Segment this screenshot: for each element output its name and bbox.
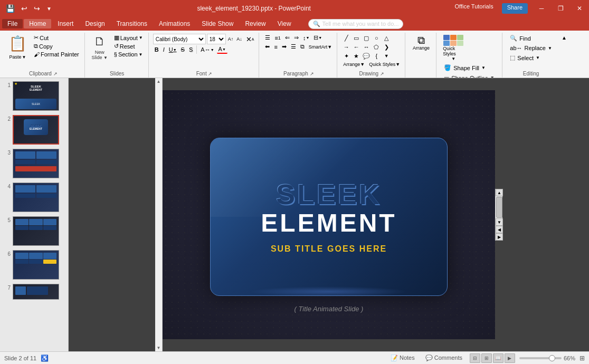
close-button[interactable]: ✕	[574, 3, 585, 14]
scroll-left-button[interactable]: ▶	[496, 233, 503, 241]
shape-line[interactable]: ╱	[341, 34, 351, 42]
font-color-button[interactable]: A ▼	[217, 45, 227, 54]
shape-callout[interactable]: 💬	[362, 52, 371, 60]
shape-pentagon[interactable]: ⬠	[372, 43, 381, 51]
office-tutorials-link[interactable]: Office Tutorials	[454, 3, 493, 14]
font-expand-icon[interactable]: ↗	[208, 71, 212, 76]
scroll-down-btn[interactable]: ▼	[157, 346, 161, 351]
columns-button[interactable]: ⊟ ▼	[312, 34, 324, 42]
clipboard-expand-icon[interactable]: ↗	[53, 71, 58, 76]
copy-button[interactable]: ⧉ Copy	[32, 42, 81, 50]
numbered-list-button[interactable]: ≡1	[273, 34, 282, 42]
reset-button[interactable]: ↺ Reset	[112, 42, 145, 50]
decrease-indent-button[interactable]: ⇐	[283, 34, 291, 42]
scroll-up-button[interactable]: ▲	[496, 189, 503, 196]
slide-item-1[interactable]: 1 SLEEK ELEMENT SLEEK ★	[2, 80, 66, 112]
convert-to-smartart-button[interactable]: SmartArt▼	[307, 44, 334, 50]
minimize-button[interactable]: ─	[536, 3, 547, 14]
zoom-thumb[interactable]	[549, 355, 555, 361]
bullets-button[interactable]: ☰	[263, 34, 272, 42]
menu-insert[interactable]: Insert	[52, 19, 79, 28]
paste-dropdown[interactable]: Paste ▼	[10, 54, 26, 60]
font-name-select[interactable]: Calibri (Body)	[153, 34, 206, 44]
collapse-ribbon-button[interactable]: ▲	[559, 34, 569, 42]
slideshow-button[interactable]: ▶	[505, 353, 515, 363]
shape-rounded[interactable]: ▢	[362, 34, 371, 42]
drawing-expand-icon[interactable]: ↗	[380, 71, 384, 76]
scroll-thumb[interactable]	[496, 197, 502, 218]
font-size-decrease-button[interactable]: A↓	[235, 36, 243, 42]
reading-view-button[interactable]: 📖	[493, 353, 504, 363]
fit-to-window-button[interactable]: ⊞	[580, 355, 585, 362]
smartart-button[interactable]: ⧉	[299, 43, 306, 51]
line-spacing-button[interactable]: ↕ ▼	[301, 34, 311, 42]
font-size-increase-button[interactable]: A↑	[227, 36, 235, 42]
slide-title-box[interactable]: SLEEK ELEMENT SUB TITLE GOES HERE	[210, 138, 448, 296]
shape-arrow-left[interactable]: ←	[352, 43, 361, 51]
comments-button[interactable]: 💬 Comments	[422, 354, 466, 362]
strikethrough-button[interactable]: S	[179, 46, 186, 53]
slide-thumb-2[interactable]: SLEEK ELEMENT	[13, 115, 59, 145]
paste-button[interactable]: 📋	[5, 34, 30, 53]
shape-more[interactable]: ▼	[382, 52, 391, 60]
format-painter-button[interactable]: 🖌 Format Painter	[32, 51, 81, 58]
replace-button[interactable]: ab↔ Replace ▼	[507, 44, 555, 52]
shape-chevron[interactable]: ❯	[382, 43, 391, 51]
justify-button[interactable]: ☰	[289, 43, 298, 51]
customize-quick-access-icon[interactable]: ▼	[45, 5, 53, 13]
redo-icon[interactable]: ↪	[32, 3, 42, 14]
notes-button[interactable]: 📝 Notes	[387, 354, 418, 362]
slide-thumb-7[interactable]	[13, 284, 59, 300]
menu-slideshow[interactable]: Slide Show	[196, 19, 239, 28]
slide-item-4[interactable]: 4	[2, 181, 66, 213]
menu-view[interactable]: View	[272, 19, 297, 28]
restore-button[interactable]: ❐	[555, 3, 566, 14]
menu-transitions[interactable]: Transitions	[111, 19, 153, 28]
italic-button[interactable]: I	[162, 46, 166, 53]
character-spacing-button[interactable]: A↔▼	[199, 46, 215, 53]
menu-home[interactable]: Home	[24, 19, 51, 28]
select-button[interactable]: ⬚ Select ▼	[507, 53, 555, 62]
slide-item-7[interactable]: 7	[2, 283, 66, 301]
shape-arrow-2way[interactable]: ↔	[362, 43, 371, 51]
shape-brace[interactable]: {	[372, 52, 381, 60]
layout-button[interactable]: ▦ Layout ▼	[112, 34, 145, 42]
shape-rect[interactable]: ▭	[352, 34, 361, 42]
slide-thumb-1[interactable]: SLEEK ELEMENT SLEEK ★	[13, 81, 59, 111]
slide-thumb-5[interactable]	[13, 216, 59, 246]
bold-button[interactable]: B	[153, 46, 160, 53]
slide-thumb-4[interactable]	[13, 183, 59, 212]
clear-formatting-button[interactable]: ✕A	[244, 35, 256, 44]
save-icon[interactable]: 💾	[4, 3, 16, 14]
shape-oval[interactable]: ○	[372, 34, 381, 42]
menu-file[interactable]: File	[2, 19, 23, 28]
shape-triangle[interactable]: △	[382, 34, 391, 42]
slide-sorter-button[interactable]: ⊞	[481, 353, 492, 363]
align-left-button[interactable]: ⬅	[263, 43, 271, 51]
section-button[interactable]: § Section ▼	[112, 51, 145, 58]
menu-review[interactable]: Review	[240, 19, 271, 28]
paragraph-expand-icon[interactable]: ↗	[310, 71, 314, 76]
normal-view-button[interactable]: ⊟	[470, 353, 480, 363]
shape-outline-button[interactable]: ▭ Shape Outline ▼	[441, 73, 498, 78]
slide-item-6[interactable]: 6	[2, 249, 66, 281]
zoom-slider[interactable]	[519, 357, 562, 359]
align-center-button[interactable]: ≡	[272, 43, 279, 51]
slide-item-5[interactable]: 5	[2, 215, 66, 247]
align-right-button[interactable]: ➡	[280, 43, 288, 51]
share-button[interactable]: Share	[502, 3, 528, 14]
scroll-up-btn[interactable]: ▲	[157, 78, 161, 84]
shape-star5[interactable]: ★	[352, 52, 361, 60]
menu-design[interactable]: Design	[80, 19, 110, 28]
menu-animations[interactable]: Animations	[154, 19, 195, 28]
slide-thumb-3[interactable]	[13, 149, 59, 178]
underline-button[interactable]: U ▼	[167, 46, 178, 53]
quick-styles-button[interactable]: Quick Styles ▼	[441, 34, 466, 62]
find-button[interactable]: 🔍 Find	[507, 34, 555, 43]
shadow-button[interactable]: S	[187, 46, 194, 53]
slide-item-2[interactable]: 2 SLEEK ELEMENT	[2, 114, 66, 146]
shape-star4[interactable]: ✦	[341, 52, 351, 60]
scroll-down-button[interactable]: ▼	[496, 218, 503, 226]
tell-me-input[interactable]: 🔍 Tell me what you want to do...	[308, 19, 404, 29]
slide-thumb-6[interactable]	[13, 250, 59, 280]
